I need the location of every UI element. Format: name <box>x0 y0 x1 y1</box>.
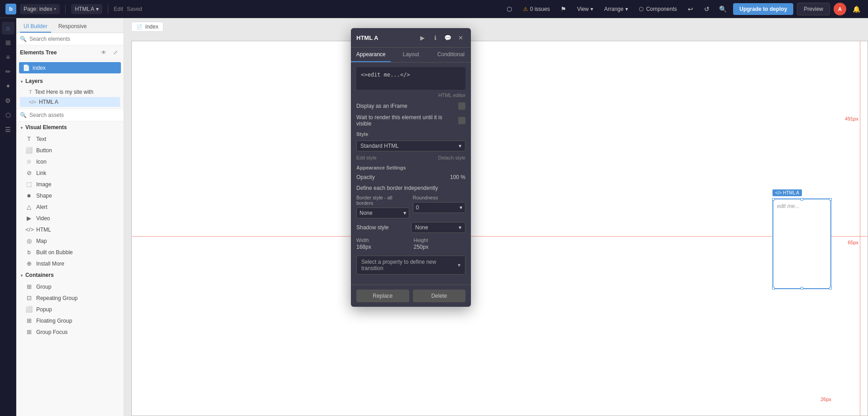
modal-title: HTML A <box>356 34 378 41</box>
elements-tree-icons: 👁 ⤢ <box>99 48 120 57</box>
modal-close-icon[interactable]: ✕ <box>456 33 465 43</box>
roundness-input[interactable]: 0 ▾ <box>413 202 466 213</box>
element-shape[interactable]: ■ Shape <box>18 190 122 201</box>
transition-select[interactable]: Select a property to define new transiti… <box>356 256 465 275</box>
tree-visibility-icon[interactable]: 👁 <box>99 48 108 57</box>
border-style-select[interactable]: None ▾ <box>356 208 409 218</box>
delete-button[interactable]: Delete <box>413 290 466 302</box>
border-style-col: Border style - all borders None ▾ <box>356 195 409 218</box>
width-label: Width <box>356 237 408 243</box>
layer-html-item[interactable]: </> HTML A <box>20 97 120 107</box>
canvas-area[interactable]: 📄 index 491px 65px 26px </> HTML A edit … <box>124 18 868 416</box>
left-icon-plugin[interactable]: ⬡ <box>2 109 14 121</box>
canvas-tab[interactable]: 📄 index <box>131 22 163 32</box>
transition-row: Select a property to define new transiti… <box>356 256 465 275</box>
wait-render-checkbox[interactable] <box>458 117 465 124</box>
index-item[interactable]: 📄 index <box>19 62 121 73</box>
modal-play-icon[interactable]: ▶ <box>417 33 427 43</box>
components-button[interactable]: ⬡ Components <box>635 4 681 14</box>
tree-expand-icon[interactable]: ⤢ <box>111 48 120 57</box>
wait-render-label: Wait to render this element until it is … <box>356 114 458 127</box>
left-icon-layers[interactable]: ≡ <box>2 51 14 63</box>
container-group-focus[interactable]: ⊞ Group Focus <box>18 326 122 338</box>
layers-header[interactable]: Layers <box>20 75 120 87</box>
element-video[interactable]: ▶ Video <box>18 213 122 224</box>
element-button[interactable]: ⬜ Button <box>18 145 122 156</box>
image-icon: ⬚ <box>25 181 33 188</box>
element-icon[interactable]: ☆ Icon <box>18 156 122 167</box>
container-repeating-group[interactable]: ⊡ Repeating Group <box>18 292 122 304</box>
element-alert[interactable]: △ Alert <box>18 201 122 213</box>
view-button[interactable]: View ▾ <box>573 4 597 14</box>
element-install-more[interactable]: ⊕ Install More <box>18 258 122 269</box>
search-button[interactable]: 🔍 <box>717 3 729 15</box>
detach-style-link[interactable]: Detach style <box>438 155 465 160</box>
element-link[interactable]: ⊘ Link <box>18 167 122 179</box>
upgrade-button[interactable]: Upgrade to deploy <box>733 3 793 15</box>
visual-elements-header[interactable]: Visual Elements <box>16 121 124 133</box>
element-builtonbubble[interactable]: b Built on Bubble <box>18 247 122 258</box>
html-editor-link[interactable]: HTML editor <box>356 92 465 98</box>
resize-handle-br[interactable] <box>829 287 832 290</box>
element-chevron: ▾ <box>96 6 99 12</box>
separator-2 <box>108 5 108 14</box>
left-icon-grid[interactable]: ⊞ <box>2 36 14 49</box>
deploy-icon[interactable]: ⬡ <box>503 3 516 15</box>
left-icon-pencil[interactable]: ✏ <box>2 65 14 78</box>
element-image[interactable]: ⬚ Image <box>18 179 122 190</box>
replace-button[interactable]: Replace <box>356 290 409 302</box>
tab-conditional[interactable]: Conditional <box>431 48 471 62</box>
modal-info-icon[interactable]: ℹ <box>430 33 440 43</box>
html-elem-box[interactable]: edit me... <box>772 198 831 289</box>
layer-text-item[interactable]: T Text Here is my site with <box>20 87 120 97</box>
html-editor-area[interactable]: <>edit me...</> <box>356 67 465 90</box>
tab-responsive[interactable]: Responsive <box>55 21 91 33</box>
install-more-label: Install More <box>36 261 64 267</box>
container-floating-group[interactable]: ⊞ Floating Group <box>18 315 122 326</box>
search-elements-input[interactable] <box>29 36 120 42</box>
container-group[interactable]: ⊞ Group <box>18 281 122 292</box>
debug-icon[interactable]: ⚑ <box>557 3 570 15</box>
resize-handle-tr[interactable] <box>829 198 832 201</box>
transition-placeholder: Select a property to define new transiti… <box>361 259 458 271</box>
left-icon-strip: ⌂ ⊞ ≡ ✏ ✦ ⚙ ⬡ ☰ <box>0 18 16 416</box>
tab-ui-builder[interactable]: UI Builder <box>20 21 51 33</box>
left-icon-settings[interactable]: ⚙ <box>2 94 14 107</box>
user-avatar[interactable]: A <box>834 3 846 15</box>
edit-style-link[interactable]: Edit style <box>356 155 377 160</box>
alert-icon: △ <box>25 203 33 210</box>
left-icon-magic[interactable]: ✦ <box>2 80 14 92</box>
arrange-button[interactable]: Arrange ▾ <box>600 4 632 14</box>
container-popup[interactable]: ⬜ Popup <box>18 304 122 315</box>
element-text[interactable]: T Text <box>18 133 122 145</box>
search-assets-input[interactable] <box>29 112 120 118</box>
style-select-value: Standard HTML <box>360 143 399 149</box>
left-icon-home[interactable]: ⌂ <box>2 22 14 34</box>
resize-handle-tm[interactable] <box>801 198 803 201</box>
resize-handle-tl[interactable] <box>772 198 775 201</box>
canvas-page[interactable]: 491px 65px 26px </> HTML A edit me... <box>131 41 868 416</box>
display-iframe-row: Display as an iFrame <box>356 102 465 110</box>
element-map[interactable]: ◎ Map <box>18 235 122 247</box>
element-selector[interactable]: HTML A ▾ <box>71 4 102 14</box>
tab-appearance[interactable]: Appearance <box>351 48 391 62</box>
resize-handle-bm[interactable] <box>801 287 803 290</box>
element-html[interactable]: </> HTML <box>18 224 122 235</box>
html-a-modal: HTML A ▶ ℹ 💬 ✕ Appearance Layout Conditi… <box>351 28 471 307</box>
issues-indicator[interactable]: ⚠ 0 issues <box>519 6 553 12</box>
modal-comment-icon[interactable]: 💬 <box>443 33 453 43</box>
notification-icon[interactable]: 🔔 <box>850 3 863 15</box>
left-icon-data[interactable]: ☰ <box>2 123 14 136</box>
preview-button[interactable]: Preview <box>797 3 830 15</box>
shadow-style-select[interactable]: None ▾ <box>411 222 465 233</box>
html-element-wrapper[interactable]: </> HTML A edit me... <box>772 198 831 289</box>
resize-handle-bl[interactable] <box>772 287 775 290</box>
display-iframe-label: Display as an iFrame <box>356 103 408 109</box>
undo-button[interactable]: ↩ <box>684 3 697 15</box>
display-iframe-checkbox[interactable] <box>458 102 465 110</box>
page-selector[interactable]: Page: index ▾ <box>20 4 60 14</box>
tab-layout[interactable]: Layout <box>391 48 431 62</box>
style-select[interactable]: Standard HTML ▾ <box>356 140 465 151</box>
containers-header[interactable]: Containers <box>16 269 124 281</box>
redo-button[interactable]: ↺ <box>700 3 713 15</box>
